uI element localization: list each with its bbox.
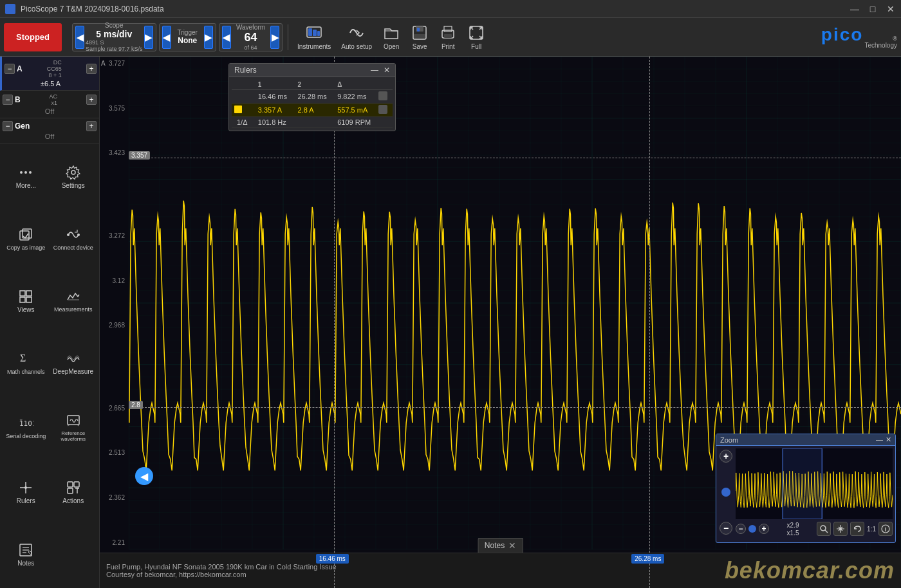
channel-b-ac: AC	[50, 93, 58, 100]
rulers-title: Rulers	[234, 66, 257, 75]
copy-image-button[interactable]: Copy as image	[3, 208, 50, 270]
ruler-x2-label: 26.28 ms	[631, 554, 664, 564]
notes-tab-label: Notes	[485, 541, 505, 550]
trigger-group: ◀ Trigger None ▶	[159, 23, 216, 51]
tool-grid: More... Settings Copy as image	[0, 143, 99, 588]
auto-setup-label: Auto setup	[341, 43, 372, 50]
full-button[interactable]: Full	[463, 23, 489, 51]
scope-increase-button[interactable]: ▶	[144, 26, 153, 49]
scope-samples: 4891 S Sample rate 97.7 kS/s	[86, 39, 143, 52]
zoom-magnify-button[interactable]	[817, 522, 831, 536]
channel-a-minus[interactable]: −	[5, 64, 15, 74]
rulers-current-lock[interactable]	[378, 105, 387, 114]
zoom-window: Zoom — ✕ + − −	[716, 434, 896, 543]
svg-rect-33	[74, 482, 79, 487]
zoom-x-minus-button[interactable]: −	[736, 524, 746, 534]
zoom-close-button[interactable]: ✕	[886, 436, 891, 444]
svg-rect-34	[68, 488, 73, 493]
math-channels-button[interactable]: Σ Math channels	[3, 333, 50, 394]
rulers-current-delta: 557.5 mA	[332, 104, 373, 117]
svg-text:✕: ✕	[19, 417, 23, 423]
notes-tab[interactable]: Notes ✕	[478, 538, 523, 553]
svg-rect-7	[414, 34, 425, 39]
views-button[interactable]: Views	[3, 270, 50, 332]
ruler-3357-line	[129, 158, 901, 158]
rulers-close-button[interactable]: ✕	[384, 66, 390, 75]
channel-a-name: A	[17, 64, 23, 73]
zoom-pan-button[interactable]	[833, 522, 848, 536]
channel-gen-value: Off	[45, 133, 54, 140]
channel-gen-plus[interactable]: +	[86, 121, 97, 131]
more-button[interactable]: More...	[3, 146, 50, 208]
zoom-title: Zoom	[720, 436, 738, 444]
settings-button[interactable]: Settings	[50, 146, 97, 208]
measurements-button[interactable]: Measurements	[50, 270, 97, 332]
notes-tool-button[interactable]: Notes	[3, 524, 50, 585]
serial-decoding-button[interactable]: 1101 ✕ Serial decoding	[3, 394, 50, 461]
waveform-group: ◀ Waveform 64 of 64 ▶	[219, 23, 283, 51]
rulers-minimize-button[interactable]: —	[371, 66, 378, 75]
print-button[interactable]: Print	[435, 23, 461, 51]
left-sidebar: − A DC CC65 8 + 1 + ±6.5 A − B	[0, 57, 100, 588]
rulers-tool-button[interactable]: Rulers	[3, 461, 50, 523]
rulers-table: 1 2 Δ 16.46 ms 26.28 ms 9.822 ms	[229, 77, 395, 131]
save-button[interactable]: Save	[407, 23, 432, 51]
maximize-button[interactable]: □	[868, 4, 878, 14]
instruments-button[interactable]: Instruments	[293, 23, 335, 51]
channel-b-minus[interactable]: −	[3, 95, 13, 105]
minimize-button[interactable]: —	[850, 4, 860, 14]
y-label-9: 2.513	[101, 449, 127, 456]
trigger-increase-button[interactable]: ▶	[204, 26, 213, 49]
rulers-tool-label: Rulers	[17, 497, 35, 504]
channel-gen-minus[interactable]: −	[3, 121, 13, 131]
channel-a-plus[interactable]: +	[86, 64, 97, 74]
svg-rect-32	[68, 482, 73, 487]
main-area: − A DC CC65 8 + 1 + ±6.5 A − B	[0, 57, 901, 588]
notes-close-button[interactable]: ✕	[508, 540, 516, 551]
rulers-col-1: 1	[253, 80, 293, 90]
svg-rect-20	[20, 291, 25, 296]
actions-button[interactable]: Actions	[50, 461, 97, 523]
scope-decrease-button[interactable]: ◀	[75, 26, 84, 49]
reference-waveforms-button[interactable]: Reference waveforms	[50, 394, 97, 461]
rulers-current-val1: 3.357 A	[253, 104, 293, 117]
channel-a-control: − A DC CC65 8 + 1 + ±6.5 A	[0, 57, 99, 91]
window-controls: — □ ✕	[850, 4, 896, 14]
zoom-undo-button[interactable]	[850, 522, 864, 536]
zoom-minimize-button[interactable]: —	[876, 436, 883, 444]
rulers-freq-val2: 6109 RPM	[332, 117, 393, 128]
channel-a-dc: DC	[53, 59, 62, 66]
svg-point-13	[24, 171, 27, 174]
svg-rect-10	[444, 34, 452, 38]
auto-setup-button[interactable]: Auto setup	[337, 23, 376, 51]
svg-rect-2	[313, 30, 317, 36]
rulers-time-lock[interactable]	[378, 91, 387, 100]
zoom-x-dot[interactable]	[748, 525, 756, 533]
zoom-plus-button[interactable]: +	[720, 450, 732, 463]
trigger-decrease-button[interactable]: ◀	[162, 26, 171, 49]
zoom-x-plus-button[interactable]: +	[759, 524, 769, 534]
stopped-button[interactable]: Stopped	[4, 23, 62, 51]
zoom-wave-area	[736, 448, 893, 519]
zoom-minus-button[interactable]: −	[720, 522, 732, 535]
channel-b-plus[interactable]: +	[86, 95, 97, 105]
y-label-6: 2.968	[101, 322, 127, 329]
open-button[interactable]: Open	[378, 23, 404, 51]
zoom-dot-control[interactable]	[721, 488, 730, 497]
chevron-back-button[interactable]: ◀	[135, 467, 153, 485]
trigger-value: None	[178, 36, 197, 45]
waveform-increase-button[interactable]: ▶	[270, 26, 279, 49]
connect-device-button[interactable]: Connect device	[50, 208, 97, 270]
svg-rect-9	[444, 26, 452, 32]
pico-logo: pico ® Technology	[821, 26, 897, 49]
rulers-row-freq: 1/Δ 101.8 Hz 6109 RPM	[232, 117, 393, 128]
deep-measure-button[interactable]: DeepMeasure	[50, 333, 97, 394]
close-button[interactable]: ✕	[886, 4, 896, 14]
zoom-info-button[interactable]: i	[878, 522, 893, 536]
waveform-value: 64	[244, 31, 257, 44]
channel-b-name: B	[15, 95, 21, 104]
waveform-decrease-button[interactable]: ◀	[222, 26, 231, 49]
zoom-1to1-label: 1:1	[867, 526, 876, 533]
zoom-content: + − − + x2.9 x1.5	[716, 446, 895, 538]
rulers-col-empty	[232, 80, 253, 90]
